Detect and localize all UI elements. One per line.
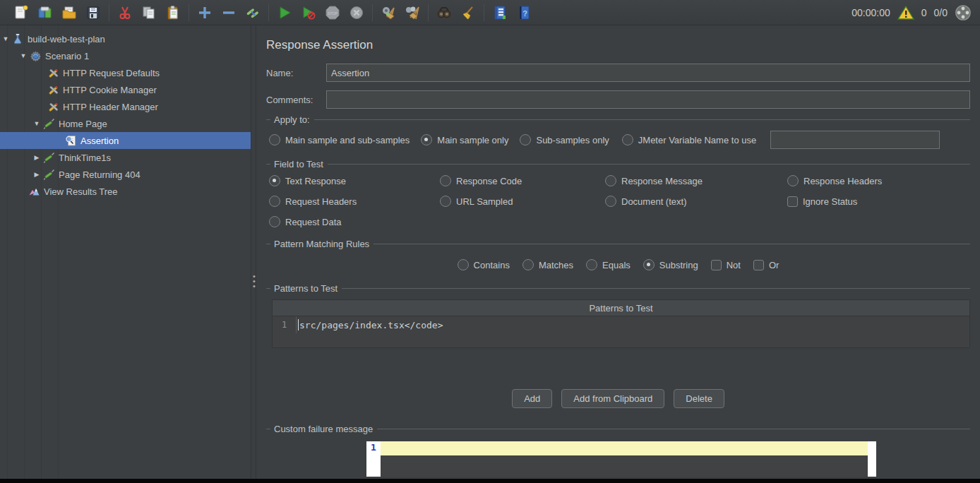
apply-to-legend: Apply to: — [274, 114, 310, 125]
tree-item-home-page[interactable]: ▼ Home Page — [0, 115, 251, 132]
templates-icon[interactable] — [37, 4, 54, 21]
radio-request-data[interactable]: Request Data — [269, 216, 440, 227]
tree-item-label: View Results Tree — [44, 186, 118, 197]
tree-item-test-plan[interactable]: ▼ build-web-test-plan — [0, 30, 251, 47]
tree-item-label: Scenario 1 — [45, 51, 89, 61]
text-caret — [298, 319, 299, 330]
log-error-count: 0 — [921, 7, 927, 18]
search-reset-icon[interactable] — [460, 4, 477, 21]
radio-response-code[interactable]: Response Code — [440, 175, 605, 186]
collapse-arrow-icon[interactable]: ▶ — [32, 154, 41, 161]
start-no-pauses-icon[interactable] — [300, 4, 317, 21]
tree-item-thinktime1s[interactable]: ▶ ThinkTime1s — [0, 149, 251, 166]
tree-item-assertion[interactable]: Assertion — [0, 132, 251, 149]
jmeter-variable-input[interactable] — [770, 131, 940, 149]
tree-item-http-header-manager[interactable]: HTTP Header Manager — [0, 98, 251, 115]
patterns-group: Patterns to Test Patterns to Test 1 src/… — [266, 283, 970, 348]
radio-contains[interactable]: Contains — [458, 259, 510, 270]
patterns-table[interactable]: Patterns to Test 1 src/pages/index.tsx</… — [272, 299, 970, 348]
checkbox-not[interactable]: Not — [711, 260, 741, 270]
add-from-clipboard-button[interactable]: Add from Clipboard — [561, 389, 664, 408]
pattern-row[interactable]: 1 src/pages/index.tsx</code> — [273, 316, 969, 333]
radio-icon — [787, 175, 799, 186]
test-plan-icon — [11, 32, 24, 45]
sampler-icon — [42, 151, 55, 164]
radio-request-headers[interactable]: Request Headers — [269, 196, 440, 207]
help-icon[interactable]: ? — [515, 4, 532, 21]
sampler-icon — [42, 117, 55, 130]
config-element-icon — [47, 66, 59, 79]
tree-item-label: HTTP Cookie Manager — [63, 85, 157, 95]
radio-icon — [622, 134, 633, 145]
warning-icon[interactable] — [897, 4, 914, 21]
collapse-arrow-icon[interactable]: ▶ — [32, 171, 41, 178]
radio-jmeter-variable[interactable]: JMeter Variable Name to use — [622, 134, 756, 145]
new-file-icon[interactable] — [13, 4, 30, 21]
radio-document-text[interactable]: Document (text) — [605, 196, 787, 207]
toggle-icon[interactable] — [244, 4, 261, 21]
checkbox-or[interactable]: Or — [753, 260, 779, 270]
search-icon[interactable] — [436, 4, 453, 21]
checkbox-icon — [787, 196, 798, 207]
checkbox-ignore-status[interactable]: Ignore Status — [787, 196, 970, 207]
page-title: Response Assertion — [266, 38, 970, 52]
tree-item-label: HTTP Header Manager — [63, 102, 158, 112]
comments-input[interactable] — [326, 90, 970, 109]
radio-response-headers[interactable]: Response Headers — [787, 175, 970, 186]
elapsed-timer: 00:00:00 — [851, 7, 890, 18]
tree-main-splitter[interactable]: ••• — [251, 25, 256, 479]
radio-main-sample-only[interactable]: Main sample only — [421, 134, 508, 145]
radio-sub-samples-only[interactable]: Sub-samples only — [520, 134, 609, 145]
radio-url-sampled[interactable]: URL Sampled — [440, 196, 605, 207]
response-assertion-panel: Response Assertion Name: Comments: Apply… — [256, 25, 980, 479]
paste-icon[interactable] — [165, 4, 181, 21]
expand-arrow-icon[interactable]: ▼ — [19, 52, 28, 59]
radio-response-message[interactable]: Response Message — [605, 175, 787, 186]
tree-item-label: Home Page — [59, 119, 107, 129]
radio-equals[interactable]: Equals — [586, 259, 631, 270]
custom-failure-editor[interactable]: 1 — [366, 441, 876, 477]
tree-item-http-cookie-manager[interactable]: HTTP Cookie Manager — [0, 81, 251, 98]
custom-failure-group: Custom failure message 1 — [266, 424, 970, 477]
clear-all-icon[interactable] — [404, 4, 421, 21]
cut-icon[interactable] — [116, 4, 133, 21]
tree-item-http-request-defaults[interactable]: HTTP Request Defaults — [0, 64, 251, 81]
tree-item-page-returning-404[interactable]: ▶ Page Returning 404 — [0, 166, 251, 183]
radio-substring[interactable]: Substring — [643, 259, 698, 270]
editor-text-area[interactable] — [381, 441, 868, 477]
delete-button[interactable]: Delete — [674, 389, 724, 408]
name-label: Name: — [266, 68, 326, 78]
expand-arrow-icon[interactable]: ▼ — [1, 35, 10, 42]
pattern-cell[interactable]: src/pages/index.tsx</code> — [297, 316, 969, 333]
radio-matches[interactable]: Matches — [522, 259, 573, 270]
save-icon[interactable] — [85, 4, 102, 21]
radio-main-sample-and-subsamples[interactable]: Main sample and sub-samples — [269, 134, 410, 145]
assertion-icon — [64, 134, 77, 147]
start-icon[interactable] — [276, 4, 293, 21]
radio-icon — [440, 175, 451, 186]
remove-icon[interactable] — [220, 4, 237, 21]
expand-arrow-icon[interactable]: ▼ — [32, 120, 41, 127]
open-icon[interactable] — [61, 4, 78, 21]
tree-item-scenario-1[interactable]: ▼ Scenario 1 — [0, 47, 251, 64]
clear-icon[interactable] — [380, 4, 397, 21]
stop-icon[interactable]: STOP — [324, 4, 341, 21]
radio-icon — [440, 196, 451, 207]
editor-scrollbar[interactable] — [868, 441, 876, 477]
function-helper-icon[interactable] — [491, 4, 508, 21]
add-icon[interactable] — [196, 4, 213, 21]
pattern-matching-legend: Pattern Matching Rules — [274, 239, 369, 249]
bottom-border — [0, 479, 980, 483]
field-to-test-legend: Field to Test — [274, 159, 323, 169]
add-button[interactable]: Add — [512, 389, 552, 408]
tree-item-view-results-tree[interactable]: View Results Tree — [0, 183, 251, 200]
editor-current-line-highlight — [381, 441, 868, 455]
name-input[interactable] — [326, 64, 970, 82]
custom-failure-legend: Custom failure message — [274, 424, 373, 434]
copy-icon[interactable] — [141, 4, 157, 21]
shutdown-icon[interactable] — [348, 4, 365, 21]
thread-group-icon — [29, 49, 42, 62]
radio-icon — [269, 196, 280, 207]
radio-text-response[interactable]: Text Response — [269, 175, 440, 186]
radio-icon — [520, 134, 531, 145]
